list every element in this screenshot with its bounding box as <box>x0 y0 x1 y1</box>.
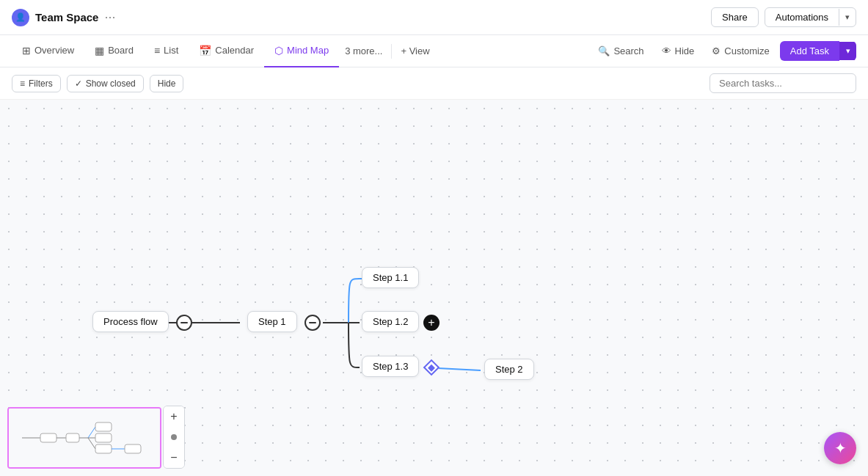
minimap-placeholder <box>9 409 160 467</box>
filters-button[interactable]: ≡ Filters <box>12 75 61 92</box>
tab-overview-label: Overview <box>34 45 74 56</box>
tab-board[interactable]: ▦ Board <box>84 35 144 67</box>
step1-label: Step 1 <box>258 316 286 327</box>
filter-icon: ≡ <box>20 78 25 89</box>
tab-calendar[interactable]: 📅 Calendar <box>189 35 264 67</box>
filterbar: ≡ Filters ✓ Show closed Hide <box>0 67 868 100</box>
step1-3-node[interactable]: Step 1.3 <box>362 356 419 377</box>
search-button[interactable]: 🔍 Search <box>591 42 651 60</box>
nav-right: 🔍 Search 👁 Hide ⚙ Customize Add Task ▾ <box>591 41 856 61</box>
list-icon: ≡ <box>154 45 160 56</box>
svg-rect-6 <box>40 433 56 442</box>
automations-label[interactable]: Automations <box>765 8 839 26</box>
minimap <box>7 407 161 469</box>
collapse-circle-2[interactable] <box>304 315 321 331</box>
search-input[interactable] <box>710 73 856 93</box>
zoom-dot <box>164 427 184 447</box>
overview-icon: ⊞ <box>22 45 31 56</box>
add-button[interactable]: + <box>423 315 440 331</box>
hide-filter-button[interactable]: Hide <box>150 75 184 92</box>
tab-mindmap[interactable]: ⬡ Mind Map <box>264 35 339 67</box>
tab-list[interactable]: ≡ List <box>144 35 189 67</box>
customize-icon: ⚙ <box>712 45 721 56</box>
topbar: 👤 Team Space ··· Share Automations ▾ <box>0 0 868 35</box>
topbar-dots[interactable]: ··· <box>104 10 115 25</box>
workspace-title: Team Space <box>35 11 98 23</box>
filters-label: Filters <box>29 78 53 89</box>
tab-board-label: Board <box>108 45 134 56</box>
minus-icon <box>180 322 188 323</box>
process-flow-label: Process flow <box>103 316 158 327</box>
show-closed-button[interactable]: ✓ Show closed <box>67 75 144 92</box>
search-label: Search <box>613 45 643 56</box>
step1-node[interactable]: Step 1 <box>247 311 297 332</box>
automations-chevron-icon[interactable]: ▾ <box>839 9 856 26</box>
topbar-left: 👤 Team Space ··· <box>12 9 115 26</box>
svg-rect-13 <box>95 433 112 442</box>
svg-rect-17 <box>125 444 141 453</box>
hide-label: Hide <box>675 45 695 56</box>
tab-calendar-label: Calendar <box>215 45 254 56</box>
board-icon: ▦ <box>95 45 104 56</box>
step1-2-node[interactable]: Step 1.2 <box>362 311 419 332</box>
step1-1-label: Step 1.1 <box>373 272 408 283</box>
step1-1-node[interactable]: Step 1.1 <box>362 267 419 288</box>
zoom-dot-inner <box>171 434 177 440</box>
more-tabs-button[interactable]: 3 more... <box>339 45 388 56</box>
diamond-connector[interactable] <box>423 359 440 376</box>
hide-icon: 👁 <box>662 45 671 56</box>
search-icon: 🔍 <box>598 45 610 56</box>
fab-button[interactable]: ✦ <box>824 432 856 464</box>
minimap-inner <box>9 409 160 467</box>
svg-rect-8 <box>66 433 79 442</box>
step1-3-label: Step 1.3 <box>373 361 408 372</box>
minimap-svg <box>15 412 154 464</box>
check-icon: ✓ <box>75 78 82 89</box>
mindmap-canvas: Process flow Step 1 Step 1.1 Step 1.2 + … <box>0 100 868 476</box>
automations-button[interactable]: Automations ▾ <box>765 7 856 27</box>
hide-button[interactable]: 👁 Hide <box>654 42 702 60</box>
svg-line-14 <box>88 438 95 449</box>
minus-icon-2 <box>309 322 316 323</box>
share-button[interactable]: Share <box>711 7 759 27</box>
add-view-button[interactable]: + View <box>395 45 435 56</box>
collapse-circle-1[interactable] <box>176 315 192 331</box>
customize-button[interactable]: ⚙ Customize <box>704 42 776 60</box>
zoom-controls: + − <box>163 406 185 469</box>
add-task-chevron-icon[interactable]: ▾ <box>839 42 856 60</box>
topbar-right: Share Automations ▾ <box>711 7 856 27</box>
workspace-icon: 👤 <box>12 9 29 26</box>
step1-2-label: Step 1.2 <box>373 316 408 327</box>
add-task-main[interactable]: Add Task <box>780 41 839 61</box>
show-closed-label: Show closed <box>86 78 136 89</box>
sparkle-icon: ✦ <box>834 439 847 457</box>
svg-rect-15 <box>95 444 112 453</box>
step2-node[interactable]: Step 2 <box>484 359 534 380</box>
step2-label: Step 2 <box>495 364 523 375</box>
tab-overview[interactable]: ⊞ Overview <box>12 35 84 67</box>
add-task-button-group[interactable]: Add Task ▾ <box>780 41 856 61</box>
navtabs: ⊞ Overview ▦ Board ≡ List 📅 Calendar ⬡ M… <box>0 35 868 67</box>
zoom-in-button[interactable]: + <box>164 406 184 427</box>
svg-rect-11 <box>95 422 112 431</box>
process-flow-node[interactable]: Process flow <box>92 311 169 332</box>
customize-label: Customize <box>724 45 769 56</box>
tab-mindmap-label: Mind Map <box>287 45 329 56</box>
svg-line-10 <box>88 427 95 438</box>
calendar-icon: 📅 <box>199 45 211 56</box>
mindmap-icon: ⬡ <box>274 45 283 56</box>
zoom-out-button[interactable]: − <box>164 447 184 468</box>
nav-divider <box>391 44 392 59</box>
tab-list-label: List <box>164 45 178 56</box>
